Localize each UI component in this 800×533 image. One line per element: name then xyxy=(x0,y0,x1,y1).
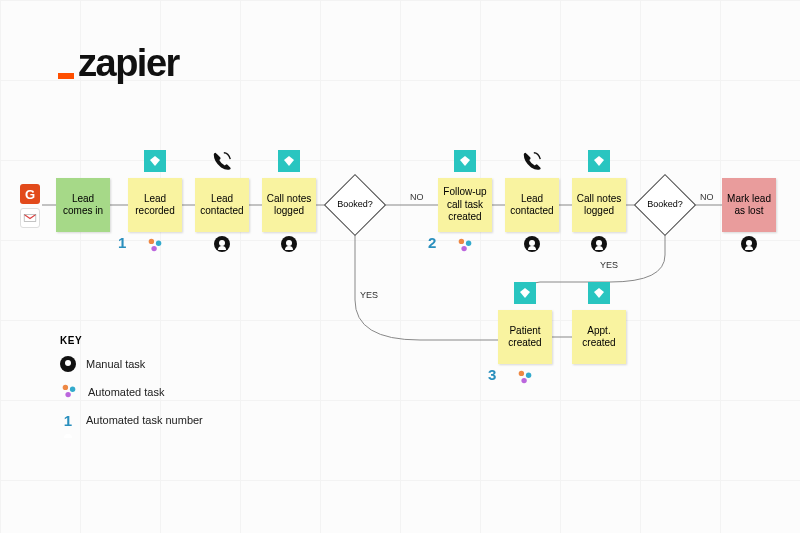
svg-point-20 xyxy=(521,378,526,383)
node-label: Lead recorded xyxy=(132,193,178,218)
node-call-notes-2: Call notes logged xyxy=(572,178,626,232)
svg-point-21 xyxy=(63,385,68,390)
manual-task-icon xyxy=(741,236,757,252)
crm-icon xyxy=(514,282,536,304)
edge-label-no-1: NO xyxy=(410,192,424,202)
node-label: Booked? xyxy=(647,199,683,210)
edge-label-yes-1: YES xyxy=(360,290,378,300)
node-label: Lead contacted xyxy=(509,193,555,218)
node-call-notes-1: Call notes logged xyxy=(262,178,316,232)
crm-icon xyxy=(454,150,476,172)
node-mark-lost: Mark lead as lost xyxy=(722,178,776,232)
crm-icon xyxy=(588,282,610,304)
phone-icon xyxy=(211,150,233,172)
svg-point-12 xyxy=(149,239,154,244)
svg-point-22 xyxy=(70,387,75,392)
crm-icon xyxy=(278,150,300,172)
node-label: Lead contacted xyxy=(199,193,245,218)
logo-wordmark: zapier xyxy=(78,42,179,85)
legend-row-manual: Manual task xyxy=(60,356,203,372)
svg-point-23 xyxy=(65,392,70,397)
manual-task-icon xyxy=(60,356,76,372)
manual-task-icon xyxy=(524,236,540,252)
task-number-2: 2 xyxy=(428,234,436,251)
gravity-forms-icon: G xyxy=(20,184,40,204)
legend-title: KEY xyxy=(60,335,203,346)
legend: KEY Manual task Automated task 1 Automat… xyxy=(60,335,203,440)
node-label: Booked? xyxy=(337,199,373,210)
task-number-3: 3 xyxy=(488,366,496,383)
logo-accent-bar xyxy=(58,73,74,79)
task-number-sample: 1 xyxy=(60,412,76,429)
phone-icon xyxy=(521,150,543,172)
node-label: Patient created xyxy=(502,325,548,350)
edge-label-no-2: NO xyxy=(700,192,714,202)
svg-point-17 xyxy=(461,246,466,251)
node-followup-task: Follow-up call task created xyxy=(438,178,492,232)
automated-task-icon xyxy=(146,236,164,258)
manual-task-icon xyxy=(214,236,230,252)
manual-task-icon xyxy=(281,236,297,252)
gravity-glyph: G xyxy=(25,187,35,202)
legend-row-tasknum: 1 Automated task number xyxy=(60,412,203,428)
task-number-1: 1 xyxy=(118,234,126,251)
node-lead-contacted-1: Lead contacted xyxy=(195,178,249,232)
node-appt-created: Appt. created xyxy=(572,310,626,364)
svg-point-16 xyxy=(466,241,471,246)
zapier-logo: zapier xyxy=(58,42,179,85)
legend-label: Automated task number xyxy=(86,414,203,426)
node-lead-contacted-2: Lead contacted xyxy=(505,178,559,232)
svg-point-14 xyxy=(151,246,156,251)
svg-point-18 xyxy=(519,371,524,376)
gmail-icon xyxy=(20,208,40,228)
node-lead-recorded: Lead recorded xyxy=(128,178,182,232)
manual-task-icon xyxy=(591,236,607,252)
legend-row-automated: Automated task xyxy=(60,384,203,400)
node-lead-comes-in: Lead comes in xyxy=(56,178,110,232)
edge-label-yes-2: YES xyxy=(600,260,618,270)
svg-point-19 xyxy=(526,373,531,378)
node-label: Lead comes in xyxy=(60,193,106,218)
svg-point-13 xyxy=(156,241,161,246)
crm-icon xyxy=(588,150,610,172)
svg-point-15 xyxy=(459,239,464,244)
node-label: Call notes logged xyxy=(576,193,622,218)
node-label: Follow-up call task created xyxy=(442,186,488,224)
legend-label: Manual task xyxy=(86,358,145,370)
automated-task-icon xyxy=(456,236,474,258)
node-label: Appt. created xyxy=(576,325,622,350)
node-label: Mark lead as lost xyxy=(726,193,772,218)
node-label: Call notes logged xyxy=(266,193,312,218)
automated-task-icon xyxy=(516,368,534,390)
legend-label: Automated task xyxy=(88,386,164,398)
node-patient-created: Patient created xyxy=(498,310,552,364)
crm-icon xyxy=(144,150,166,172)
automated-task-icon xyxy=(60,382,78,402)
